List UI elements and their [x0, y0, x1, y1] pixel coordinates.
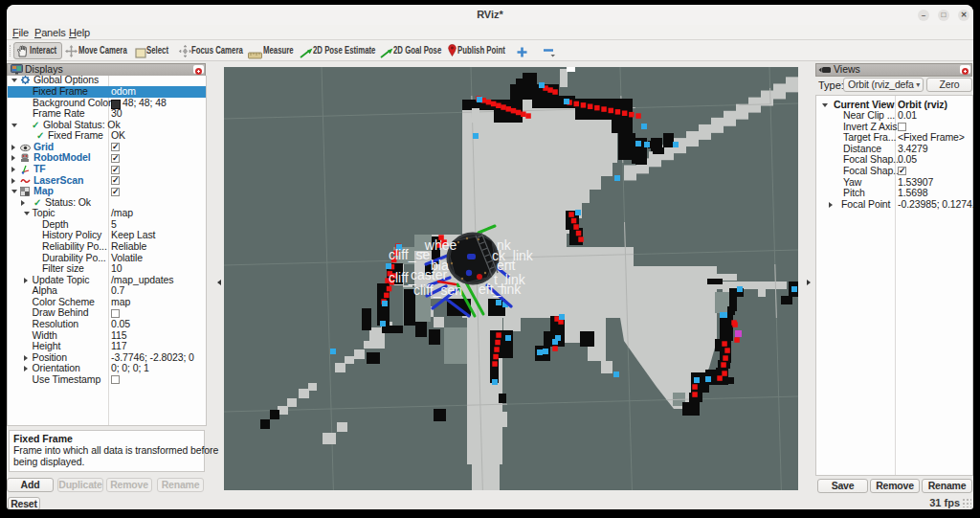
svg-text:ent: ent	[497, 258, 516, 273]
svg-text:eft_link: eft_link	[479, 282, 522, 297]
svg-text:cliff_sen: cliff_sen	[413, 282, 462, 298]
svg-text:caster: caster	[411, 267, 447, 282]
svg-text:cliff_se: cliff_se	[389, 247, 431, 262]
